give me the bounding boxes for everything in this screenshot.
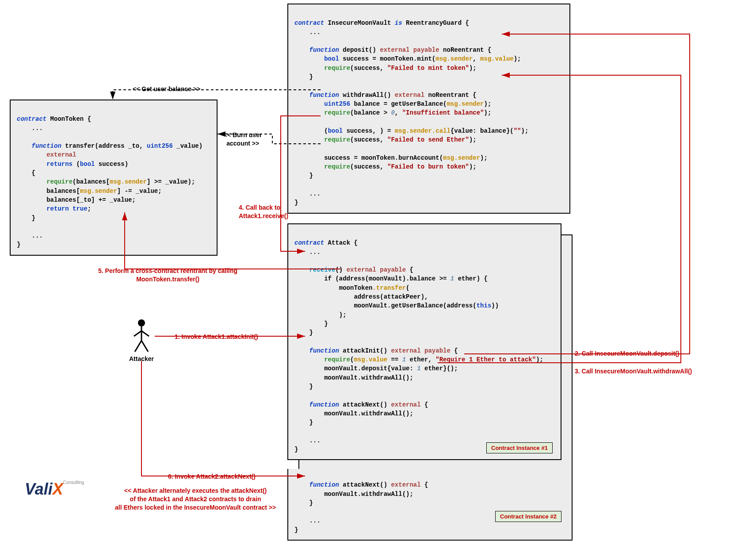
moontoken-panel: contract MoonToken { ... function transf… (10, 100, 218, 256)
drain-note: << Attacker alternately executes the att… (115, 487, 276, 512)
attack2-panel-slice: function attackNext() external { moonVau… (287, 469, 573, 541)
attacker-label: Attacker (128, 355, 155, 362)
step2-label: 2. Call InsecureMoonVault.deposit() (575, 349, 679, 358)
vault-panel: contract InsecureMoonVault is Reentrancy… (287, 4, 570, 214)
get-balance-label: << Get user balance >> (133, 85, 200, 93)
attacker-figure: Attacker (128, 319, 155, 362)
contract-instance-2-badge: Contract Instance #2 (495, 511, 561, 522)
attack1-panel: contract Attack { ... receive() external… (287, 223, 561, 460)
step1-label: 1. Invoke Attack1.attackInit() (175, 333, 258, 341)
step6-label: 6. Invoke Attack2.attackNext() (168, 472, 256, 481)
svg-point-0 (138, 319, 145, 326)
svg-line-5 (141, 341, 148, 352)
step4-label: 4. Call back to Attack1.receive() (239, 203, 288, 220)
svg-line-4 (135, 341, 141, 352)
contract-instance-1-badge: Contract Instance #1 (486, 442, 553, 453)
stick-figure-icon (130, 319, 153, 354)
step5-label: 5. Perform a cross-contract reentrant by… (98, 267, 237, 284)
step3-label: 3. Call InsecureMoonVault.withdrawAll() (575, 367, 692, 376)
burn-account-label: << Burn user account >> (224, 131, 262, 148)
svg-line-3 (141, 331, 149, 336)
valix-logo: ValiXConsulting (25, 480, 84, 499)
svg-line-2 (134, 331, 141, 336)
